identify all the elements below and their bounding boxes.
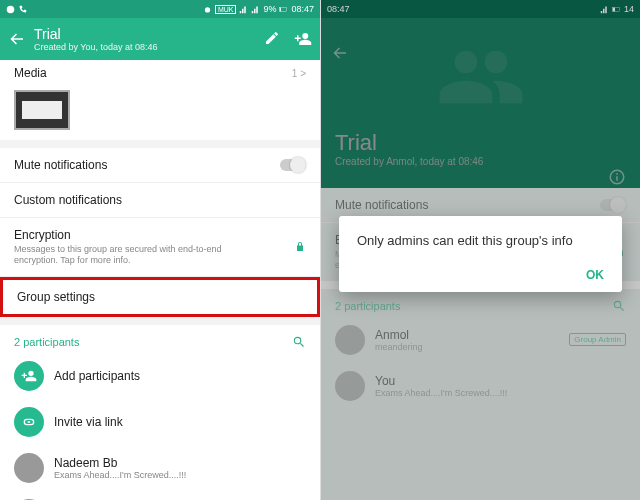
avatar <box>14 453 44 483</box>
dialog-message: Only admins can edit this group's info <box>357 232 604 250</box>
battery-icon <box>279 5 288 14</box>
svg-rect-3 <box>280 7 281 11</box>
media-label: Media <box>14 66 47 80</box>
participant-status: Exams Ahead....I'm Screwed....!!! <box>54 470 306 480</box>
alarm-icon <box>203 5 212 14</box>
whatsapp-icon <box>6 5 15 14</box>
screen-dialog: 08:47 14 Trial Created by Anmol, today a… <box>320 0 640 500</box>
edit-icon[interactable] <box>264 30 280 46</box>
participants-count: 2 participants <box>14 336 79 348</box>
screen-group-info: MUK 9% 08:47 Trial Created by You, today… <box>0 0 320 500</box>
dialog: Only admins can edit this group's info O… <box>339 216 622 292</box>
arrow-left-icon <box>8 30 26 48</box>
dialog-ok-button[interactable]: OK <box>357 268 604 282</box>
lock-icon <box>294 241 306 253</box>
invite-link-row[interactable]: Invite via link <box>0 399 320 445</box>
encryption-row[interactable]: Encryption Messages to this group are se… <box>0 218 320 276</box>
search-icon[interactable] <box>292 335 306 349</box>
app-header: Trial Created by You, today at 08:46 <box>0 18 320 60</box>
encryption-label: Encryption <box>14 228 264 242</box>
signal-icon <box>239 5 248 14</box>
mute-row[interactable]: Mute notifications <box>0 148 320 182</box>
encryption-sub: Messages to this group are secured with … <box>14 244 264 266</box>
custom-notifications-row[interactable]: Custom notifications <box>0 183 320 217</box>
battery-pct: 9% <box>263 4 276 14</box>
media-count: 1 > <box>292 68 306 79</box>
media-row[interactable]: Media 1 > <box>0 60 320 86</box>
link-icon <box>14 407 44 437</box>
group-settings-row[interactable]: Group settings <box>0 277 320 317</box>
status-bar: MUK 9% 08:47 <box>0 0 320 18</box>
add-icon <box>14 361 44 391</box>
svg-point-0 <box>7 5 15 13</box>
participant-name: Nadeem Bb <box>54 456 306 470</box>
back-button[interactable] <box>8 30 28 48</box>
custom-label: Custom notifications <box>14 193 122 207</box>
group-subtitle: Created by You, today at 08:46 <box>34 42 264 52</box>
clock: 08:47 <box>291 4 314 14</box>
participant-name: Add participants <box>54 369 306 383</box>
participant-row[interactable]: Nadeem Bb Exams Ahead....I'm Screwed....… <box>0 445 320 491</box>
mute-label: Mute notifications <box>14 158 107 172</box>
group-title: Trial <box>34 26 264 42</box>
vpn-badge: MUK <box>215 5 237 14</box>
mute-toggle[interactable] <box>280 159 306 171</box>
add-participants-row[interactable]: Add participants <box>0 353 320 399</box>
participant-name: Invite via link <box>54 415 306 429</box>
phone-icon <box>18 5 27 14</box>
signal-icon-2 <box>251 5 260 14</box>
add-person-icon[interactable] <box>294 30 312 48</box>
participants-header: 2 participants <box>0 325 320 353</box>
group-settings-label: Group settings <box>17 290 95 304</box>
participant-row[interactable]: You meandering Group Admin <box>0 491 320 500</box>
media-thumbnail[interactable] <box>14 90 70 130</box>
